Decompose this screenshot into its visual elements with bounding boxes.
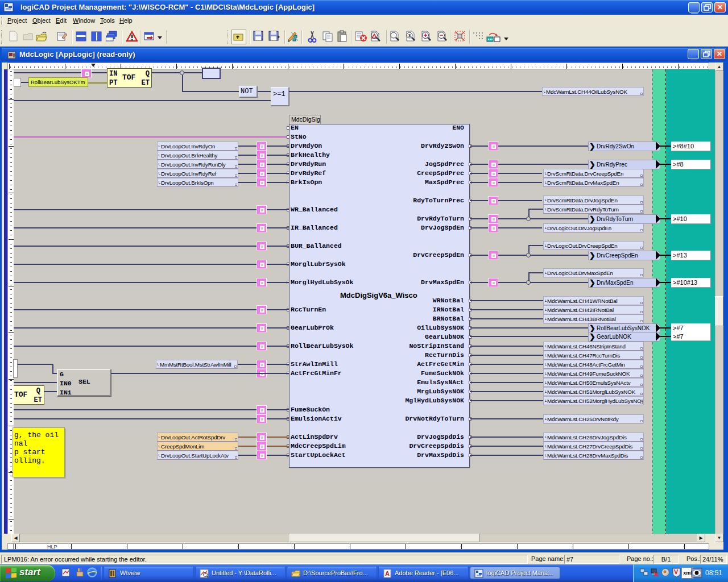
svg-text:V: V — [674, 568, 679, 575]
svg-text:A: A — [385, 570, 390, 577]
svg-text:$: $ — [408, 33, 411, 38]
